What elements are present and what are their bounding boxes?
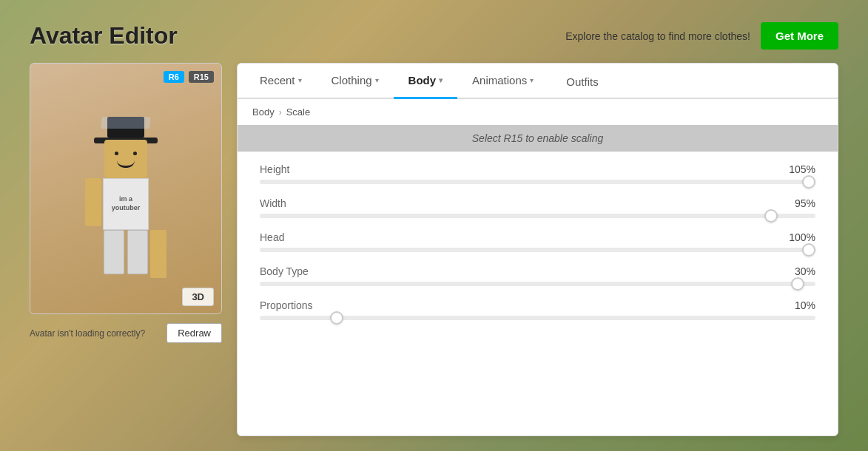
proportions-label: Proportions	[260, 299, 313, 311]
tab-body[interactable]: Body ▾	[394, 64, 458, 99]
tabs-bar: Recent ▾ Clothing ▾ Body ▾ Animations ▾ …	[238, 64, 838, 99]
avatar-figure: im a youtuber	[30, 64, 221, 313]
rig-r15-badge: R15	[189, 71, 214, 83]
leg-right	[127, 230, 148, 274]
tab-recent-label: Recent	[260, 74, 295, 87]
width-value: 95%	[795, 197, 815, 209]
hat-detail	[101, 117, 150, 129]
breadcrumb-level1: Body	[252, 106, 275, 118]
tab-animations[interactable]: Animations ▾	[457, 64, 548, 99]
proportions-value: 10%	[795, 299, 815, 311]
body-type-label-row: Body Type 30%	[260, 265, 815, 277]
proportions-label-row: Proportions 10%	[260, 299, 815, 311]
width-slider[interactable]	[260, 214, 815, 218]
arm-left	[85, 178, 101, 226]
view-3d-button[interactable]: 3D	[182, 288, 214, 306]
main-content: Avatar Editor Explore the catalog to fin…	[0, 0, 868, 451]
header-right: Explore the catalog to find more clothes…	[565, 22, 838, 50]
tab-outfits[interactable]: Outfits	[551, 64, 613, 99]
height-label-row: Height 105%	[260, 163, 815, 175]
body-type-label: Body Type	[260, 265, 309, 277]
head-label-row: Head 100%	[260, 231, 815, 243]
sliders-area: Height 105% Width 95%	[238, 152, 838, 332]
get-more-button[interactable]: Get More	[761, 22, 838, 50]
scale-disabled-message: Select R15 to enable scaling	[238, 125, 838, 152]
tab-body-label: Body	[408, 74, 437, 87]
tab-animations-chevron: ▾	[530, 76, 534, 84]
avatar-loading-message: Avatar isn't loading correctly?	[30, 328, 145, 339]
tab-clothing[interactable]: Clothing ▾	[317, 64, 394, 99]
tab-recent-chevron: ▾	[298, 76, 302, 84]
avatar-torso: im a youtuber	[103, 178, 149, 230]
tab-animations-label: Animations	[472, 74, 527, 87]
face-smile	[117, 160, 135, 168]
rig-badges: R6 R15	[164, 71, 214, 83]
breadcrumb-level2: Scale	[286, 106, 311, 118]
app-title: Avatar Editor	[30, 22, 178, 50]
tab-clothing-label: Clothing	[332, 74, 372, 87]
avatar-legs	[104, 230, 148, 274]
proportions-slider[interactable]	[260, 316, 815, 320]
face-eye-left	[115, 152, 118, 155]
proportions-slider-row: Proportions 10%	[260, 299, 815, 320]
head-label: Head	[260, 231, 284, 243]
arm-right	[150, 230, 166, 278]
tab-body-chevron: ▾	[439, 76, 443, 84]
avatar-head	[104, 140, 147, 178]
height-slider-row: Height 105%	[260, 163, 815, 184]
height-slider[interactable]	[260, 180, 815, 184]
head-value: 100%	[789, 231, 815, 243]
rig-r6-badge: R6	[164, 71, 184, 83]
avatar-preview: R6 R15	[30, 63, 222, 314]
torso-container: im a youtuber	[103, 178, 149, 230]
editor-panel: Recent ▾ Clothing ▾ Body ▾ Animations ▾ …	[237, 63, 838, 436]
width-slider-row: Width 95%	[260, 197, 815, 218]
catalog-text: Explore the catalog to find more clothes…	[565, 30, 750, 42]
breadcrumb-separator: ›	[279, 107, 282, 118]
body-type-value: 30%	[795, 265, 815, 277]
height-value: 105%	[789, 163, 815, 175]
tab-recent[interactable]: Recent ▾	[245, 64, 317, 99]
editor-body: R6 R15	[30, 63, 838, 436]
body-type-slider-row: Body Type 30%	[260, 265, 815, 286]
face-eye-right	[133, 152, 137, 155]
breadcrumb: Body › Scale	[238, 99, 838, 125]
body-type-slider[interactable]	[260, 282, 815, 286]
avatar-footer: Avatar isn't loading correctly? Redraw	[30, 320, 222, 346]
height-label: Height	[260, 163, 289, 175]
head-slider[interactable]	[260, 248, 815, 252]
tab-outfits-label: Outfits	[566, 75, 598, 88]
width-label-row: Width 95%	[260, 197, 815, 209]
head-slider-row: Head 100%	[260, 231, 815, 252]
redraw-button[interactable]: Redraw	[166, 323, 222, 343]
tab-clothing-chevron: ▾	[375, 76, 379, 84]
avatar-panel: R6 R15	[30, 63, 222, 436]
width-label: Width	[260, 197, 286, 209]
leg-left	[104, 230, 124, 274]
figure-wrapper: im a youtuber	[100, 118, 152, 274]
header-row: Avatar Editor Explore the catalog to fin…	[30, 22, 838, 50]
scale-panel: Select R15 to enable scaling Height 105%	[238, 125, 838, 435]
torso-text: im a youtuber	[112, 195, 141, 212]
